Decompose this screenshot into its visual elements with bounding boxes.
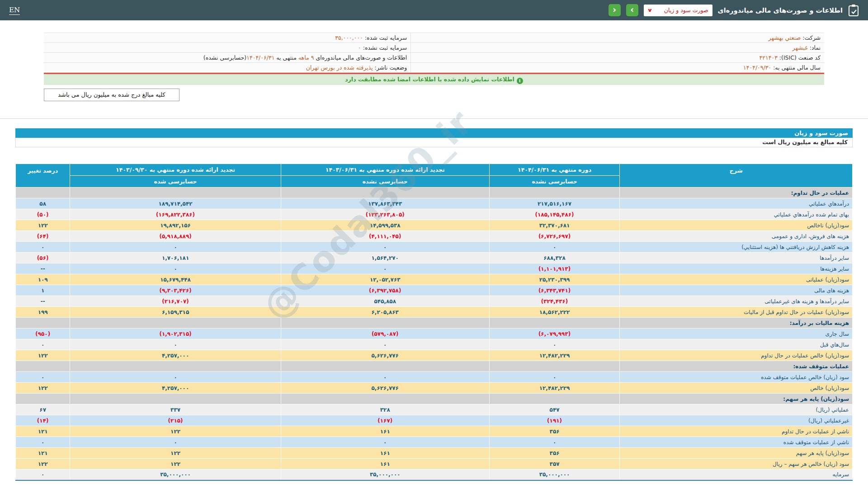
col-subheader-audit-restated-1403-09: حسابرسی شده [70,176,281,188]
value-cell: ۵,۶۲۶,۷۷۶ [281,383,489,394]
info-cell: شرکت: صنعتي بهشهر [410,33,824,42]
value-cell: ۴,۲۵۷,۰۰۰ [70,350,281,361]
value-cell: ۲۵,۲۳۰,۳۹۹ [489,274,620,285]
table-row: سود (زیان) خالص هر سهم – ریال۳۵۷۱۶۱۱۲۲۱۲… [16,459,853,469]
value-cell: (۱۶۷) [281,415,489,426]
value-cell: (۱,۱۰۱,۹۱۳) [489,263,620,274]
value-cell: (۴,۱۱۱,۰۴۵) [281,231,489,242]
table-row: بهای تمام شده درآمدهاي عملياتي(۱۸۵,۱۴۵,۴… [16,209,853,220]
value-cell: ۱۶۱ [281,426,489,437]
company-info-row: شرکت: صنعتي بهشهرسرمایه ثبت شده: ۳۵,۰۰۰,… [44,33,824,43]
units-note-tab: کلیه مبالغ درج شده به میلیون ریال می باش… [44,89,179,101]
value-cell: ۰ [489,242,620,253]
col-subheader-audit-current: حسابرسی نشده [489,176,620,188]
value-cell [489,394,620,404]
value-cell: ۱۲۲ [16,383,70,394]
table-row: سود (زیان) خالص عملیات متوقف شده۰۰۰۰ [16,372,853,383]
value-cell: ۰ [16,372,70,383]
row-label: سود (زیان) خالص هر سهم – ریال [620,459,853,469]
info-label: نماد: [808,44,821,51]
value-cell: ۰ [281,242,489,253]
signature-match-banner: iاطلاعات نمایش داده شده با اطلاعات امضا … [44,74,824,85]
value-cell: ۳۲,۳۷۰,۶۸۱ [489,220,620,231]
value-cell: ۱۹,۸۹۲,۱۵۶ [70,220,281,231]
col-header-period-restated-1403-09: تجدید ارائه شده دوره منتهي به ۱۴۰۳/۰۹/۳۰ [70,164,281,176]
value-cell: (۶,۳۹۲,۷۵۸) [281,285,489,296]
next-statement-button[interactable]: › [626,4,638,16]
value-cell: (۱۸۵,۱۴۵,۴۸۶) [489,209,620,220]
value-cell: (۵۷۹,۰۸۷) [281,328,489,339]
value-cell: ۵۴۵,۸۵۸ [281,296,489,307]
value-cell: ۵۴۷ [489,404,620,415]
value-cell: (۹۵۰) [16,328,70,339]
section-row: عملیات متوقف شده: [16,361,853,372]
col-header-period-current: دوره منتهي به ۱۴۰۴/۰۶/۳۱ [489,164,620,176]
col-header-period-restated-1403-06: تجدید ارائه شده دوره منتهي به ۱۴۰۳/۰۶/۳۱ [281,164,489,176]
value-cell: ۱,۷۰۶,۱۸۱ [70,253,281,263]
value-cell: (۵۰) [16,209,70,220]
company-info-row: کد صنعت (ISIC): ۴۲۱۴۰۳اطلاعات و صورت‌های… [44,53,824,63]
info-cell: اطلاعات و صورت‌های مالی میاندوره‌ای ۹ ما… [44,53,410,62]
table-row: سال جاری(۶,۰۷۹,۹۹۳)(۵۷۹,۰۸۷)(۱,۹۰۲,۳۱۵)(… [16,328,853,339]
value-cell: ۱۲۲ [16,220,70,231]
value-cell [281,361,489,372]
row-label: سود(زیان) عملیاتی [620,274,853,285]
info-label: (حسابرسی نشده) [203,54,246,61]
table-row: سود(زیان) عملیاتی۲۵,۲۳۰,۳۹۹۱۲,۰۵۲,۷۶۳۱۵,… [16,274,853,285]
value-cell: (۶۴) [16,231,70,242]
row-label: سود(زیان) خالص عملیات در حال تداوم [620,350,853,361]
value-cell: ۱۲۱ [16,448,70,459]
value-cell: ۰ [70,372,281,383]
value-cell: ۱۳۷,۸۶۳,۳۴۳ [281,198,489,209]
value-cell [70,188,281,198]
section-row: هزینه مالیات بر درآمد: [16,318,853,328]
info-cell: سرمایه ثبت شده: ۳۵,۰۰۰,۰۰۰ [44,33,410,42]
statement-type-dropdown[interactable]: صورت سود و زیان ∨ [644,5,712,16]
info-label: شرکت: [801,34,821,41]
info-value: ۴۲۱۴۰۳ [760,54,778,61]
value-cell: (۹,۳۰۳,۴۲۶) [70,285,281,296]
row-label: هزینه کاهش ارزش دریافتني ها (هزینه استثن… [620,242,853,253]
info-cell: سرمایه ثبت نشده: ۰ [44,43,410,52]
table-row: سایر درآمدها۶۸۸,۳۲۸۱,۵۶۴,۲۷۰۱,۷۰۶,۱۸۱(۵۶… [16,253,853,263]
value-cell: ۱۶۱ [281,448,489,459]
value-cell: ۰ [489,437,620,448]
value-cell [16,188,70,198]
row-label: هزینه های فروش، اداری و عمومی [620,231,853,242]
value-cell: ۲۱۷,۵۱۶,۱۶۷ [489,198,620,209]
row-label: سال‌هاي قبل [620,339,853,350]
value-cell: ۱۹۹ [16,307,70,318]
value-cell [16,318,70,328]
value-cell: ۰ [70,263,281,274]
section-row: عملیات در حال تداوم: [16,188,853,198]
value-cell: ۵,۶۲۶,۷۷۶ [281,350,489,361]
row-label: عملیات متوقف شده: [620,361,853,372]
value-cell: (۱۲۳,۲۶۳,۸۰۵) [281,209,489,220]
value-cell: ۱۸۹,۷۱۴,۵۴۲ [70,198,281,209]
row-label: غیرعملیاتي (ریال) [620,415,853,426]
value-cell: ۱۲۲ [70,459,281,469]
value-cell: ۱۵,۶۷۹,۴۴۸ [70,274,281,285]
value-cell [70,361,281,372]
statement-units-note: کلیه مبالغ به میلیون ریال است [15,138,853,147]
value-cell: ۰ [70,437,281,448]
language-toggle-en[interactable]: EN [9,6,20,15]
value-cell: ۱۰۹ [16,274,70,285]
table-row: هزینه های فروش، اداری و عمومی(۶,۷۲۶,۶۹۷)… [16,231,853,242]
value-cell: (۱۹۱) [489,415,620,426]
row-label: سرمایه [620,469,853,480]
row-label: عملیاتي (ریال) [620,404,853,415]
table-row: عملیاتي (ریال)۵۴۷۳۲۸۳۳۷۶۷ [16,404,853,415]
info-cell: سال مالی منتهی به: ۱۴۰۴/۰۹/۳۰ [410,63,824,72]
prev-statement-button[interactable]: ‹ [609,4,621,16]
row-label: سود(زیان) ناخالص [620,220,853,231]
value-cell: (۶,۳۴۳,۷۴۱) [489,285,620,296]
info-value: ۰ [358,44,361,51]
col-header-percent-change: درصد تغییر [16,164,70,188]
value-cell: (۳۲۴,۴۳۶) [489,296,620,307]
table-row: ناشي از عملیات متوقف شده۰۰۰۰ [16,437,853,448]
value-cell: ۱۲,۰۵۲,۷۶۳ [281,274,489,285]
info-icon: i [517,78,523,84]
value-cell: ۳۵۶ [489,448,620,459]
dropdown-selected-value: صورت سود و زیان [664,7,708,14]
